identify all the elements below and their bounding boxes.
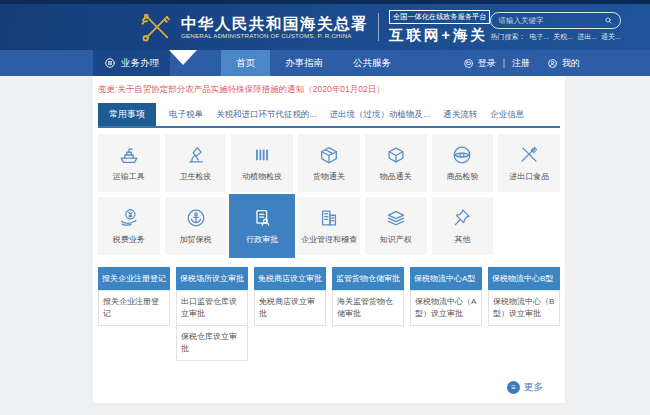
brand-block: 中华人民共和国海关总署 GENERAL ADMINISTRATION OF CU… [181,15,368,39]
approval-item[interactable]: 出口监管仓库设立审批 [176,290,248,326]
tile-label: 进出口食品 [509,171,549,182]
nav-tab-public-services[interactable]: 公共服务 [338,50,406,76]
food-utensils-icon [518,144,540,166]
hot-search-item[interactable]: 关税... [553,32,573,42]
announcement-link[interactable]: 变更:关于自贸协定部分农产品实施特殊保障措施的通知（2020年01月02日） [98,76,560,96]
hot-search-item[interactable]: 通关... [601,32,621,42]
tile-health-quarantine[interactable]: 卫生检疫 [165,134,227,192]
approval-header-bonded-premises[interactable]: 保税场所设立审批 [176,267,248,290]
approval-header-supervised-warehouse[interactable]: 监管货物仓储审批 [332,267,404,290]
content-card: 变更:关于自贸协定部分农产品实施特殊保障措施的通知（2020年01月02日） 常… [93,76,565,403]
tile-commodity-inspection[interactable]: 商品检验 [432,134,494,192]
tile-cargo-clearance[interactable]: 货物通关 [298,134,360,192]
user-icon [547,58,558,69]
anchor-icon [185,207,207,229]
tax-coin-hand-icon [118,207,140,229]
my-account-button[interactable]: 我的 [547,57,580,70]
register-label: 注册 [512,57,530,70]
category-tab-animal-plant[interactable]: 进出境（过境）动植物及... [330,109,431,121]
approval-item[interactable]: 报关企业注册登记 [98,290,170,326]
platform-block: 全国一体化在线政务服务平台 互联网+海关 [389,10,490,45]
business-menu-label: 业务办理 [121,57,159,70]
tile-intellectual-property[interactable]: 知识产权 [365,197,427,255]
search-block: 热门搜索： 电子... 关税... 进出... 通关... [490,12,620,42]
tile-label: 税费业务 [113,234,145,245]
approval-header-customs-broker-registration[interactable]: 报关企业注册登记 [98,267,170,290]
microscope-icon [185,144,207,166]
my-account-label: 我的 [562,57,580,70]
package-icon [318,144,340,166]
ship-icon [118,144,140,166]
layers-icon [385,207,407,229]
category-tab-tariff[interactable]: 关税和进口环节代征税的... [216,109,317,121]
site-banner: 中华人民共和国海关总署 GENERAL ADMINISTRATION OF CU… [0,4,650,50]
platform-name: 互联网+海关 [389,26,490,45]
approval-column: 监管货物仓储审批 海关监管货物仓储审批 [332,267,404,326]
tile-processing-trade-bonded[interactable]: 加贸保税 [165,197,227,255]
hot-search-label: 热门搜索： [490,32,525,42]
approval-header-bonded-logistics-b[interactable]: 保税物流中心B型 [488,267,560,290]
menu-icon [104,57,116,69]
approval-header-duty-free-shop[interactable]: 免税商店设立审批 [254,267,326,290]
approval-header-bonded-logistics-a[interactable]: 保税物流中心A型 [410,267,482,290]
tile-articles-clearance[interactable]: 物品通关 [365,134,427,192]
nav-tab-guide[interactable]: 办事指南 [270,50,338,76]
approval-column: 保税场所设立审批 出口监管仓库设立审批 保税仓库设立审批 [176,267,248,361]
banner-divider [378,13,379,41]
buildings-icon [318,207,340,229]
tile-animal-plant-quarantine[interactable]: 动植物检疫 [231,134,293,192]
hot-search-item[interactable]: 电子... [529,32,549,42]
tile-tax-services[interactable]: 税费业务 [98,197,160,255]
tile-administrative-approval[interactable]: 行政审批 [229,194,295,258]
tile-label: 企业管理和稽查 [301,234,357,245]
nav-account-area: 登录 | 注册 我的 [463,50,650,76]
approval-item[interactable]: 免税商店设立审批 [254,290,326,326]
tile-label: 运输工具 [113,171,145,182]
more-icon: ≡ [507,381,520,394]
tile-label: 加贸保税 [180,234,212,245]
approval-item[interactable]: 保税仓库设立审批 [176,325,248,361]
menu-dropdown-triangle [169,50,197,65]
tile-enterprise-management-audit[interactable]: 企业管理和稽查 [298,197,360,255]
search-icon[interactable] [604,16,613,25]
approval-item[interactable]: 海关监管货物仓储审批 [332,290,404,326]
main-nav: 业务办理 首页 办事指南 公共服务 登录 | 注册 我的 [0,50,650,76]
quarantine-bars-icon [251,144,273,166]
search-input[interactable] [498,16,603,25]
more-button[interactable]: ≡ 更多 [507,381,543,394]
login-label: 登录 [478,57,496,70]
approval-doc-icon [251,207,273,229]
approval-item[interactable]: 保税物流中心（A型）设立审批 [410,290,482,326]
tile-transport-vehicles[interactable]: 运输工具 [98,134,160,192]
business-menu-button[interactable]: 业务办理 [93,50,170,76]
nav-tabs: 首页 办事指南 公共服务 [221,50,406,76]
tile-label: 行政审批 [246,234,278,245]
approval-column: 保税物流中心A型 保税物流中心（A型）设立审批 [410,267,482,326]
login-button[interactable]: 登录 [463,57,496,70]
category-tab-etax[interactable]: 电子税单 [169,109,203,121]
cube-icon [385,144,407,166]
tile-import-export-food[interactable]: 进出口食品 [498,134,560,192]
category-tab-enterprise-info[interactable]: 企业信息 [490,109,524,121]
approval-column: 免税商店设立审批 免税商店设立审批 [254,267,326,326]
tile-label: 商品检验 [446,171,478,182]
tile-label: 其他 [454,234,470,245]
tile-label: 知识产权 [380,234,412,245]
category-tabs: 常用事项 电子税单 关税和进口环节代征税的... 进出境（过境）动植物及... … [98,103,560,128]
nav-tab-home[interactable]: 首页 [221,50,270,76]
login-register-divider: | [503,58,505,68]
approval-section: 报关企业注册登记 报关企业注册登记 保税场所设立审批 出口监管仓库设立审批 保税… [98,267,560,361]
service-tile-grid: 运输工具 卫生检疫 动植物检疫 货物通关 [98,134,560,255]
category-tab-clearance-flow[interactable]: 通关流转 [443,109,477,121]
register-button[interactable]: 注册 [512,57,530,70]
approval-item[interactable]: 保税物流中心（B型）设立审批 [488,290,560,326]
approval-column: 保税物流中心B型 保税物流中心（B型）设立审批 [488,267,560,326]
hot-search-item[interactable]: 进出... [577,32,597,42]
tile-label: 卫生检疫 [180,171,212,182]
search-box[interactable] [490,12,620,29]
tile-other[interactable]: 其他 [432,197,494,255]
site-subtitle: GENERAL ADMINISTRATION OF CUSTOMS, P. R.… [181,32,368,39]
inspection-eye-icon [451,144,473,166]
more-label: 更多 [524,381,543,394]
category-tab-common[interactable]: 常用事项 [98,103,156,126]
